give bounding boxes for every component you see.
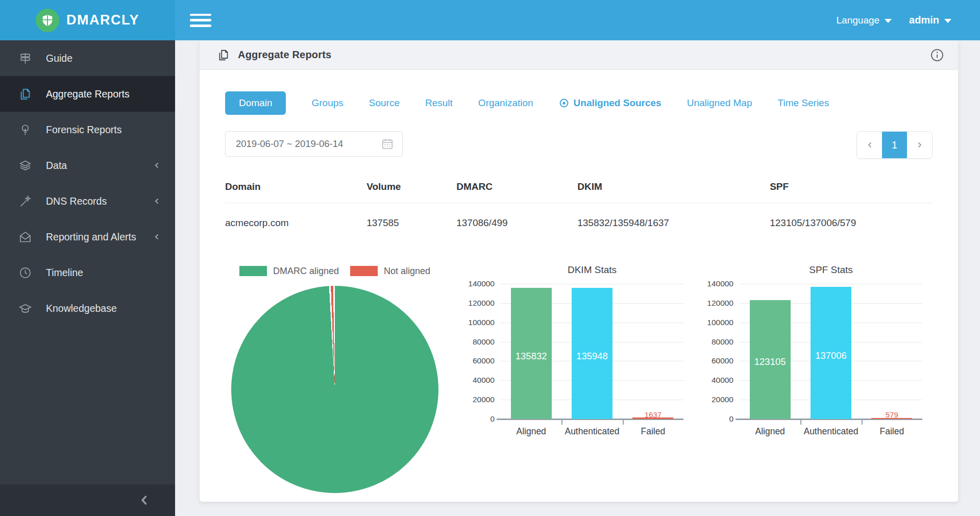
chevron-left-icon: [154, 161, 160, 169]
table-row[interactable]: acmecorp.com 137585 137086/499 135832/13…: [225, 203, 933, 240]
y-tick-label: 0: [490, 414, 495, 424]
tab-unaligned-sources[interactable]: Unaligned Sources: [559, 97, 662, 109]
y-tick-label: 100000: [468, 318, 495, 327]
tabs: Domain Groups Source Result Organization…: [225, 91, 933, 115]
sidebar-item-label: DNS Records: [46, 195, 107, 207]
sidebar-item-dns-records[interactable]: DNS Records: [0, 183, 175, 219]
green-swatch: [239, 266, 267, 276]
tab-unaligned-map[interactable]: Unaligned Map: [687, 97, 752, 109]
legend-item-not-aligned: Not aligned: [350, 266, 430, 277]
caret-down-icon: [885, 19, 892, 23]
dmarc-alignment-pie-block: DMARC aligned Not aligned: [225, 260, 445, 493]
tab-result[interactable]: Result: [425, 97, 453, 109]
x-axis-labels: AlignedAuthenticatedFailed: [740, 426, 922, 437]
graduation-cap-icon: [18, 302, 32, 315]
dkim-stats-chart: DKIM Stats 02000040000600008000010000012…: [469, 260, 683, 437]
y-tick-label: 0: [729, 414, 733, 424]
info-button[interactable]: [929, 47, 945, 63]
username-label: admin: [909, 14, 939, 26]
language-dropdown[interactable]: Language: [837, 15, 892, 26]
bar-failed: [632, 417, 673, 419]
sidebar-item-label: Knowledgebase: [46, 303, 117, 314]
sidebar-item-label: Guide: [46, 53, 72, 64]
cell-spf: 123105/137006/579: [770, 203, 933, 240]
sidebar-footer: [0, 484, 175, 516]
y-tick-label: 80000: [712, 337, 733, 347]
x-category-label: Failed: [862, 426, 922, 437]
bar-authenticated: 135948: [572, 288, 612, 419]
x-axis-tick: [800, 420, 801, 425]
tab-organization[interactable]: Organization: [478, 97, 533, 109]
aggregate-reports-panel: Aggregate Reports Domain Groups Source R…: [200, 40, 958, 502]
page-title: Aggregate Reports: [238, 49, 331, 61]
y-tick-label: 140000: [707, 279, 733, 288]
y-tick-label: 40000: [712, 376, 733, 385]
dmarc-alignment-pie-chart: [231, 286, 438, 493]
panel-header: Aggregate Reports: [200, 40, 958, 70]
sidebar-item-label: Forensic Reports: [46, 124, 121, 136]
x-category-label: Aligned: [740, 426, 800, 437]
cell-dkim: 135832/135948/1637: [577, 203, 770, 240]
aggregate-report-table: Domain Volume DMARC DKIM SPF acmecorp.co…: [225, 170, 933, 240]
pagination-prev-button[interactable]: [857, 132, 882, 158]
topbar: DMARCLY Language admin: [0, 0, 980, 40]
y-axis: 020000400006000080000100000120000140000: [708, 284, 740, 419]
bar-value-label: 135948: [576, 351, 608, 362]
sidebar-item-data[interactable]: Data: [0, 148, 175, 183]
pagination-current-page[interactable]: 1: [882, 132, 907, 158]
user-dropdown[interactable]: admin: [909, 14, 951, 26]
x-category-label: Authenticated: [800, 426, 861, 437]
y-tick-label: 20000: [473, 395, 495, 404]
legend-item-dmarc-aligned: DMARC aligned: [239, 266, 339, 277]
bar-aligned: 135832: [511, 288, 552, 419]
sidebar-collapse-button[interactable]: [139, 494, 149, 506]
cell-domain: acmecorp.com: [225, 203, 366, 240]
sidebar-item-label: Aggregate Reports: [46, 88, 130, 100]
table-header-row: Domain Volume DMARC DKIM SPF: [225, 170, 933, 203]
caret-down-icon: [944, 19, 951, 23]
column-header-spf: SPF: [770, 170, 933, 203]
calendar-icon: [381, 137, 394, 151]
pie-legend: DMARC aligned Not aligned: [225, 264, 445, 278]
controls-row: 2019-06-07 ~ 2019-06-14 1: [225, 131, 933, 158]
sidebar-item-knowledgebase[interactable]: Knowledgebase: [0, 290, 175, 326]
plot-area: 1358321359481637: [501, 284, 683, 419]
gridline: [501, 284, 683, 284]
sidebar-item-reporting-and-alerts[interactable]: Reporting and Alerts: [0, 219, 175, 255]
y-tick-label: 120000: [468, 299, 495, 308]
magic-wand-icon: [18, 194, 32, 208]
x-axis-tick: [862, 420, 863, 425]
documents-icon: [18, 87, 32, 101]
bar-authenticated: 137006: [811, 287, 851, 419]
signpost-icon: [18, 52, 32, 65]
sidebar-item-guide[interactable]: Guide: [0, 40, 175, 76]
clock-icon: [18, 266, 32, 280]
pagination-next-button[interactable]: [907, 132, 932, 158]
sidebar: Guide Aggregate Reports Forensic Reports…: [0, 40, 175, 516]
column-header-dkim: DKIM: [577, 170, 770, 203]
hamburger-menu-button[interactable]: [190, 12, 211, 29]
date-range-picker[interactable]: 2019-06-07 ~ 2019-06-14: [225, 131, 403, 157]
sidebar-item-label: Data: [46, 160, 67, 171]
language-label: Language: [837, 15, 880, 26]
tab-groups[interactable]: Groups: [311, 97, 343, 109]
bar-failed: [871, 418, 912, 419]
cell-dmarc: 137086/499: [456, 203, 577, 240]
tab-source[interactable]: Source: [369, 97, 400, 109]
pagination: 1: [856, 131, 933, 159]
x-category-label: Failed: [623, 426, 683, 437]
sidebar-item-forensic-reports[interactable]: Forensic Reports: [0, 112, 175, 148]
target-icon: [559, 98, 569, 108]
brand-name: DMARCLY: [66, 12, 139, 28]
tab-time-series[interactable]: Time Series: [778, 97, 829, 109]
chart-title: SPF Stats: [708, 264, 922, 277]
panel-body: Domain Groups Source Result Organization…: [200, 91, 958, 493]
y-tick-label: 60000: [473, 356, 495, 365]
charts-row: DMARC aligned Not aligned DKIM Stats: [225, 260, 933, 493]
y-tick-label: 40000: [473, 376, 495, 385]
y-tick-label: 100000: [707, 318, 733, 327]
cell-volume: 137585: [366, 203, 456, 240]
tab-domain[interactable]: Domain: [225, 91, 286, 115]
sidebar-item-aggregate-reports[interactable]: Aggregate Reports: [0, 76, 175, 112]
sidebar-item-timeline[interactable]: Timeline: [0, 255, 175, 290]
